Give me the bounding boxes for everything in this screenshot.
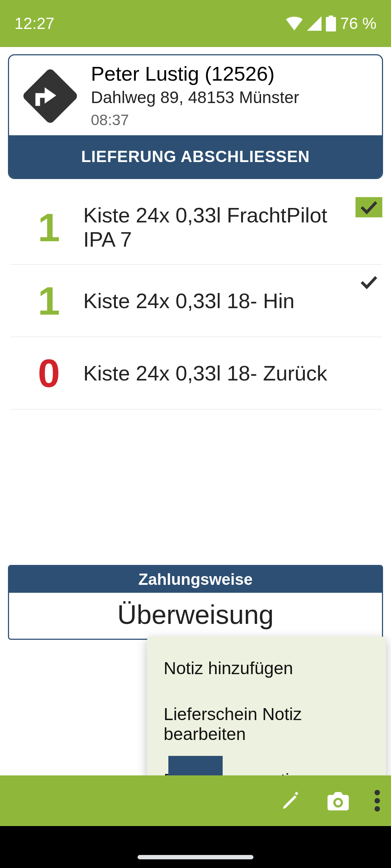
- svg-point-3: [375, 806, 380, 812]
- payment-method-label: Zahlungsweise: [9, 566, 382, 593]
- delivery-card: Peter Lustig (12526) Dahlweg 89, 48153 M…: [8, 54, 383, 179]
- list-item[interactable]: 1 Kiste 24x 0,33l 18- Hin: [11, 265, 382, 337]
- item-quantity: 1: [25, 278, 72, 324]
- sign-icon[interactable]: [280, 790, 302, 812]
- customer-address: Dahlweg 89, 48153 Münster: [91, 88, 372, 107]
- payment-method-value: Überweisung: [9, 593, 382, 639]
- menu-item-delivery-note[interactable]: Lieferschein Notiz bearbeiten: [147, 691, 386, 757]
- item-quantity: 1: [25, 204, 72, 250]
- status-indicators: 76 %: [286, 14, 377, 33]
- camera-icon[interactable]: [327, 791, 350, 811]
- complete-delivery-button[interactable]: LIEFERUNG ABSCHLIESSEN: [9, 135, 382, 178]
- status-time: 12:27: [14, 14, 54, 33]
- list-item[interactable]: 0 Kiste 24x 0,33l 18- Zurück: [11, 337, 382, 409]
- item-quantity: 0: [25, 350, 72, 396]
- more-icon[interactable]: [374, 790, 380, 812]
- delivery-header[interactable]: Peter Lustig (12526) Dahlweg 89, 48153 M…: [9, 55, 382, 135]
- nav-pill[interactable]: [138, 855, 253, 859]
- system-nav-background: [0, 826, 391, 868]
- item-list: 1 Kiste 24x 0,33l FrachtPilot IPA 7 1 Ki…: [0, 190, 391, 409]
- item-name: Kiste 24x 0,33l FrachtPilot IPA 7: [72, 203, 368, 251]
- directions-icon: [19, 67, 77, 124]
- battery-icon: [326, 16, 336, 31]
- checkmark-icon[interactable]: [356, 197, 382, 217]
- battery-percent: 76 %: [340, 14, 377, 33]
- delivery-time: 08:37: [91, 111, 372, 129]
- checkmark-icon[interactable]: [356, 272, 382, 292]
- payment-method-box[interactable]: Zahlungsweise Überweisung: [8, 565, 383, 640]
- svg-point-1: [375, 790, 380, 795]
- svg-point-2: [375, 798, 380, 804]
- item-name: Kiste 24x 0,33l 18- Zurück: [72, 361, 368, 385]
- customer-name: Peter Lustig (12526): [91, 62, 372, 85]
- signal-icon: [307, 16, 321, 31]
- item-name: Kiste 24x 0,33l 18- Hin: [72, 289, 368, 313]
- bottom-action-bar: [0, 775, 391, 826]
- menu-item-add-note[interactable]: Notiz hinzufügen: [147, 645, 386, 691]
- wifi-icon: [286, 16, 303, 31]
- status-bar: 12:27 76 %: [0, 0, 391, 47]
- list-item[interactable]: 1 Kiste 24x 0,33l FrachtPilot IPA 7: [11, 190, 382, 265]
